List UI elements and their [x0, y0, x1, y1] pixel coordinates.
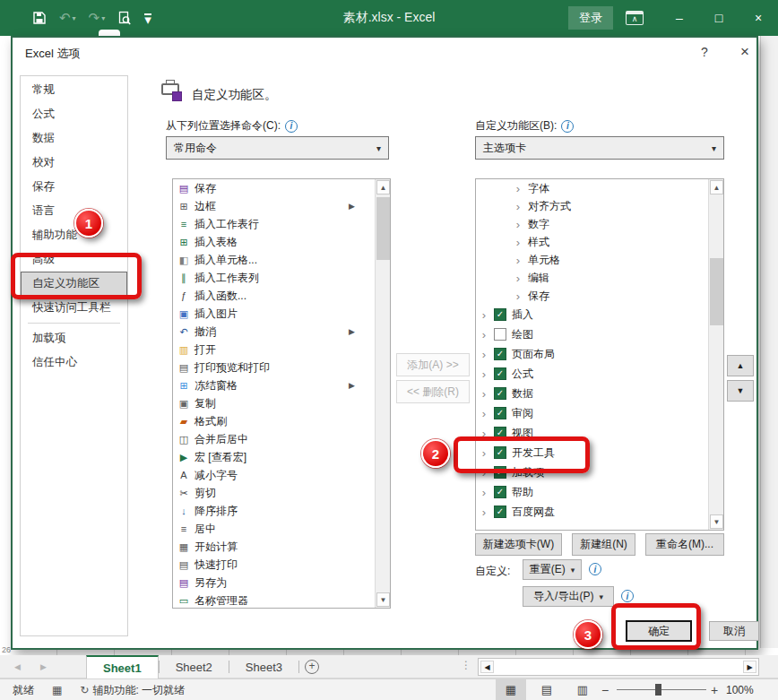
sheet-tab-Sheet3[interactable]: Sheet3	[229, 655, 298, 678]
ribbon-display-options-icon[interactable]: ∧	[626, 11, 644, 25]
zoom-slider-thumb[interactable]	[655, 684, 661, 696]
commands-scrollbar[interactable]: ▲ ▼	[375, 179, 390, 608]
checkbox[interactable]: ✓	[494, 308, 506, 321]
chevron-right-icon[interactable]: ›	[478, 328, 490, 341]
command-item[interactable]: ▶宏 [查看宏]	[173, 448, 375, 466]
ribbon-tab-item-公式[interactable]: ›✓公式	[476, 364, 708, 384]
sidebar-item-10[interactable]: 快速访问工具栏	[21, 296, 127, 320]
ribbon-group-item[interactable]: ›保存	[476, 287, 708, 305]
zoom-slider-track[interactable]	[617, 689, 706, 690]
chevron-right-icon[interactable]: ›	[512, 290, 524, 303]
sidebar-item-2[interactable]: 公式	[21, 102, 127, 126]
undo-icon[interactable]: ↶▾	[59, 10, 76, 26]
command-item[interactable]: ↓降序排序	[173, 502, 375, 520]
dialog-help-icon[interactable]: ?	[701, 45, 708, 59]
ribbon-tab-item-数据[interactable]: ›✓数据	[476, 384, 708, 403]
command-item[interactable]: A减小字号	[173, 466, 375, 484]
minimize-button[interactable]: –	[660, 0, 699, 36]
sheet-tab-Sheet2[interactable]: Sheet2	[160, 655, 229, 678]
dialog-close-icon[interactable]: ×	[740, 43, 749, 61]
checkbox[interactable]: ✓	[494, 486, 506, 498]
chevron-right-icon[interactable]: ›	[512, 272, 524, 285]
command-item[interactable]: ▤另存为	[173, 574, 375, 592]
checkbox[interactable]: ✓	[494, 328, 506, 341]
maximize-button[interactable]: □	[699, 0, 739, 36]
tab-splitter-icon[interactable]: ⋮	[461, 659, 471, 671]
chevron-right-icon[interactable]: ›	[512, 218, 524, 231]
checkbox[interactable]: ✓	[494, 367, 506, 380]
ribbon-tab-item-页面布局[interactable]: ›✓页面布局	[476, 344, 708, 364]
chevron-right-icon[interactable]: ›	[478, 308, 490, 322]
command-item[interactable]: ∥插入工作表列	[173, 269, 375, 287]
reset-button[interactable]: 重置(E)▾	[523, 559, 582, 580]
ribbon-tab-item-帮助[interactable]: ›✓帮助	[476, 482, 708, 502]
customize-qat-icon[interactable]: ▾	[144, 13, 151, 23]
ribbon-group-item[interactable]: ›单元格	[476, 251, 708, 269]
commands-listbox[interactable]: ▤保存⊞边框▶≡插入工作表行⊞插入表格◧插入单元格...∥插入工作表列ƒ插入函数…	[172, 178, 391, 609]
scroll-down-icon[interactable]: ▼	[376, 592, 390, 607]
hscroll-left-icon[interactable]: ◀	[480, 661, 494, 673]
ribbon-tab-item-绘图[interactable]: ›✓绘图	[476, 324, 708, 344]
sidebar-item-5[interactable]: 保存	[21, 175, 127, 199]
command-item[interactable]: ↶撤消▶	[173, 323, 375, 341]
scroll-up-icon[interactable]: ▲	[710, 180, 723, 194]
move-up-button[interactable]: ▲	[727, 355, 754, 376]
command-item[interactable]: ⊞冻结窗格▶	[173, 376, 375, 394]
command-item[interactable]: ✂剪切	[173, 484, 375, 502]
checkbox[interactable]: ✓	[494, 506, 506, 518]
command-item[interactable]: ◫合并后居中	[173, 430, 375, 448]
horizontal-scrollbar[interactable]: ◀ ▶	[478, 658, 759, 676]
redo-icon[interactable]: ↷▾	[89, 10, 106, 26]
command-item[interactable]: ⊞边框▶	[173, 197, 375, 215]
checkbox[interactable]: ✓	[494, 387, 506, 400]
ribbon-group-item[interactable]: ›对齐方式	[476, 197, 708, 215]
checkbox[interactable]: ✓	[494, 407, 506, 419]
command-item[interactable]: ▣插入图片	[173, 305, 375, 323]
chevron-right-icon[interactable]: ›	[512, 200, 524, 213]
command-item[interactable]: ◧插入单元格...	[173, 251, 375, 269]
sidebar-item-12[interactable]: 信任中心	[21, 350, 127, 375]
customize-ribbon-dropdown[interactable]: 主选项卡 ▾	[475, 136, 724, 160]
command-item[interactable]: ▣复制	[173, 394, 375, 412]
ribbon-group-item[interactable]: ›数字	[476, 215, 708, 233]
chevron-right-icon[interactable]: ›	[478, 367, 490, 381]
zoom-in-button[interactable]: +	[711, 679, 718, 700]
sidebar-item-11[interactable]: 加载项	[21, 326, 127, 350]
chevron-right-icon[interactable]: ›	[512, 254, 524, 267]
remove-button[interactable]: << 删除(R)	[396, 380, 470, 403]
print-preview-icon[interactable]	[117, 11, 132, 26]
ribbon-group-item[interactable]: ›字体	[476, 179, 708, 197]
ribbon-tab-item-插入[interactable]: ›✓插入	[476, 305, 708, 324]
scroll-thumb[interactable]	[710, 258, 723, 325]
command-item[interactable]: ▭名称管理器	[173, 592, 375, 609]
scroll-thumb[interactable]	[376, 197, 390, 260]
info-icon[interactable]: i	[561, 120, 574, 133]
command-item[interactable]: ≡居中	[173, 520, 375, 538]
import-export-button[interactable]: 导入/导出(P)▾	[523, 586, 614, 607]
command-item[interactable]: ▤打印预览和打印	[173, 359, 375, 376]
checkbox[interactable]: ✓	[494, 348, 506, 360]
chevron-right-icon[interactable]: ›	[478, 387, 490, 401]
sidebar-item-3[interactable]: 数据	[21, 126, 127, 151]
sign-in-button[interactable]: 登录	[568, 6, 613, 30]
ribbon-group-item[interactable]: ›样式	[476, 233, 708, 251]
ribbon-tab-item-审阅[interactable]: ›✓审阅	[476, 403, 708, 423]
sheet-nav-left-icon[interactable]: ◀	[14, 662, 21, 671]
chevron-right-icon[interactable]: ›	[478, 348, 490, 361]
view-page-layout-button[interactable]: ▤	[532, 679, 562, 700]
ribbon-tabs-listbox[interactable]: ›字体›对齐方式›数字›样式›单元格›编辑›保存›✓插入›✓绘图›✓页面布局›✓…	[475, 178, 724, 531]
chevron-right-icon[interactable]: ›	[512, 182, 524, 195]
macro-record-icon[interactable]: ▦	[52, 684, 62, 696]
sheet-nav-right-icon[interactable]: ▶	[40, 662, 47, 671]
cancel-button[interactable]: 取消	[709, 621, 759, 641]
chevron-right-icon[interactable]: ›	[478, 486, 490, 499]
new-group-button[interactable]: 新建组(N)	[572, 533, 635, 556]
sidebar-item-1[interactable]: 常规	[21, 78, 127, 102]
sheet-tab-Sheet1[interactable]: Sheet1	[86, 655, 159, 678]
command-item[interactable]: ▤保存	[173, 179, 375, 197]
ribbon-tab-item-百度网盘[interactable]: ›✓百度网盘	[476, 502, 708, 522]
scroll-up-icon[interactable]: ▲	[376, 180, 390, 194]
tabs-scrollbar[interactable]: ▲ ▼	[708, 179, 723, 530]
chevron-right-icon[interactable]: ›	[512, 236, 524, 249]
close-button[interactable]: ×	[739, 0, 778, 36]
